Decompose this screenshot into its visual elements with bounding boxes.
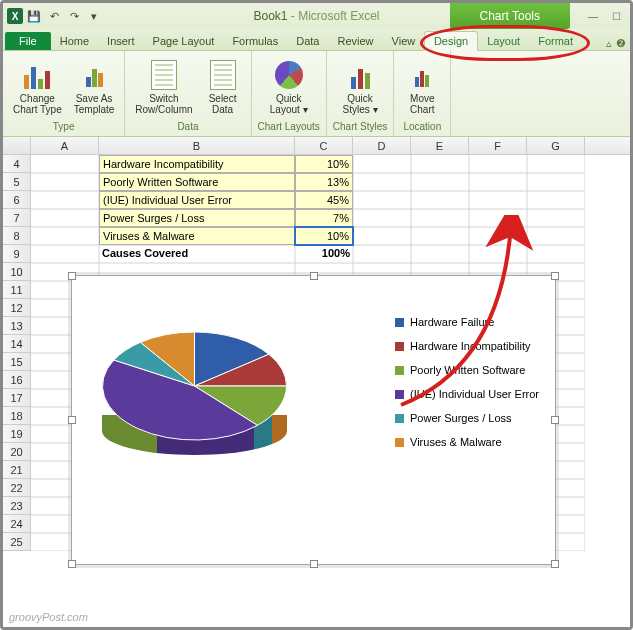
legend-swatch <box>395 366 404 375</box>
tab-format[interactable]: Format <box>529 32 582 50</box>
table-cell-label[interactable]: Poorly Written Software <box>99 173 295 191</box>
column-headers: ABCDEFG <box>3 137 630 155</box>
table-cell-value[interactable]: 7% <box>295 209 353 227</box>
table-total-label[interactable]: Causes Covered <box>99 245 295 263</box>
row-header[interactable]: 16 <box>3 371 31 389</box>
legend-item[interactable]: Power Surges / Loss <box>395 412 539 424</box>
col-header-G[interactable]: G <box>527 137 585 154</box>
col-header-A[interactable]: A <box>31 137 99 154</box>
table-cell-value[interactable]: 13% <box>295 173 353 191</box>
row-header[interactable]: 22 <box>3 479 31 497</box>
quick-styles-button[interactable]: Quick Styles ▾ <box>338 57 382 117</box>
pie-chart[interactable] <box>102 331 287 441</box>
row-header[interactable]: 25 <box>3 533 31 551</box>
table-cell-value[interactable]: 10% <box>295 227 353 245</box>
context-tabs: Design Layout Format <box>424 29 582 50</box>
row-header[interactable]: 23 <box>3 497 31 515</box>
row-header[interactable]: 4 <box>3 155 31 173</box>
table-cell-value[interactable]: 10% <box>295 155 353 173</box>
document-name: Book1 <box>253 9 287 23</box>
legend-label: Poorly Written Software <box>410 364 525 376</box>
resize-handle[interactable] <box>551 416 559 424</box>
select-all-corner[interactable] <box>3 137 31 154</box>
legend-item[interactable]: (IUE) Individual User Error <box>395 388 539 400</box>
row-header[interactable]: 11 <box>3 281 31 299</box>
ribbon-extras: ▵ ❷ <box>606 37 626 50</box>
tab-review[interactable]: Review <box>328 32 382 50</box>
resize-handle[interactable] <box>68 560 76 568</box>
legend-swatch <box>395 390 404 399</box>
worksheet-area[interactable]: ABCDEFG 45678910111213141516171819202122… <box>3 137 630 627</box>
legend-swatch <box>395 414 404 423</box>
legend-item[interactable]: Viruses & Malware <box>395 436 539 448</box>
ribbon-group-type: Change Chart Type Save As Template Type <box>3 51 125 136</box>
select-data-button[interactable]: Select Data <box>201 57 245 117</box>
resize-handle[interactable] <box>310 560 318 568</box>
legend-item[interactable]: Poorly Written Software <box>395 364 539 376</box>
row-header[interactable]: 18 <box>3 407 31 425</box>
row-header[interactable]: 12 <box>3 299 31 317</box>
row-header[interactable]: 6 <box>3 191 31 209</box>
chart-legend[interactable]: Hardware FailureHardware Incompatibility… <box>395 316 539 448</box>
save-button[interactable]: 💾 <box>25 7 43 25</box>
legend-swatch <box>395 318 404 327</box>
tab-page-layout[interactable]: Page Layout <box>144 32 224 50</box>
table-cell-label[interactable]: Power Surges / Loss <box>99 209 295 227</box>
table-cell-label[interactable]: Viruses & Malware <box>99 227 295 245</box>
cell-grid[interactable]: Hardware FailureHardware Incompatibility… <box>31 155 630 551</box>
col-header-D[interactable]: D <box>353 137 411 154</box>
switch-row-column-button[interactable]: Switch Row/Column <box>131 57 196 117</box>
row-header[interactable]: 5 <box>3 173 31 191</box>
resize-handle[interactable] <box>551 272 559 280</box>
col-header-F[interactable]: F <box>469 137 527 154</box>
col-header-C[interactable]: C <box>295 137 353 154</box>
table-cell-label[interactable]: (IUE) Individual User Error <box>99 191 295 209</box>
row-header[interactable]: 9 <box>3 245 31 263</box>
legend-item[interactable]: Hardware Incompatibility <box>395 340 539 352</box>
tab-insert[interactable]: Insert <box>98 32 144 50</box>
move-chart-button[interactable]: Move Chart <box>400 57 444 117</box>
legend-item[interactable]: Hardware Failure <box>395 316 539 328</box>
row-header[interactable]: 21 <box>3 461 31 479</box>
quick-layout-button[interactable]: Quick Layout ▾ <box>266 57 312 117</box>
restore-button[interactable]: ☐ <box>606 9 626 23</box>
resize-handle[interactable] <box>310 272 318 280</box>
row-header[interactable]: 20 <box>3 443 31 461</box>
row-header[interactable]: 17 <box>3 389 31 407</box>
row-header[interactable]: 13 <box>3 317 31 335</box>
table-cell-label[interactable]: Hardware Incompatibility <box>99 155 295 173</box>
table-cell-value[interactable]: 45% <box>295 191 353 209</box>
resize-handle[interactable] <box>68 416 76 424</box>
redo-button[interactable]: ↷ <box>65 7 83 25</box>
minimize-button[interactable]: — <box>583 9 603 23</box>
row-header[interactable]: 24 <box>3 515 31 533</box>
tab-design[interactable]: Design <box>424 31 478 51</box>
row-header[interactable]: 15 <box>3 353 31 371</box>
row-header[interactable]: 19 <box>3 425 31 443</box>
tab-data[interactable]: Data <box>287 32 328 50</box>
tab-formulas[interactable]: Formulas <box>223 32 287 50</box>
help-icon[interactable]: ❷ <box>616 37 626 50</box>
tab-home[interactable]: Home <box>51 32 98 50</box>
embedded-chart[interactable]: Hardware FailureHardware Incompatibility… <box>71 275 556 565</box>
row-header[interactable]: 7 <box>3 209 31 227</box>
qat-dropdown-icon[interactable]: ▾ <box>85 7 103 25</box>
row-header[interactable]: 10 <box>3 263 31 281</box>
col-header-E[interactable]: E <box>411 137 469 154</box>
ribbon-group-data: Switch Row/Column Select Data Data <box>125 51 251 136</box>
legend-label: (IUE) Individual User Error <box>410 388 539 400</box>
legend-label: Viruses & Malware <box>410 436 502 448</box>
minimize-ribbon-icon[interactable]: ▵ <box>606 37 612 50</box>
resize-handle[interactable] <box>68 272 76 280</box>
change-chart-type-button[interactable]: Change Chart Type <box>9 57 66 117</box>
resize-handle[interactable] <box>551 560 559 568</box>
row-header[interactable]: 8 <box>3 227 31 245</box>
save-as-template-button[interactable]: Save As Template <box>70 57 119 117</box>
tab-file[interactable]: File <box>5 32 51 50</box>
tab-layout[interactable]: Layout <box>478 32 529 50</box>
row-header[interactable]: 14 <box>3 335 31 353</box>
table-total-value[interactable]: 100% <box>295 245 353 263</box>
undo-button[interactable]: ↶ <box>45 7 63 25</box>
col-header-B[interactable]: B <box>99 137 295 154</box>
tab-view[interactable]: View <box>383 32 425 50</box>
